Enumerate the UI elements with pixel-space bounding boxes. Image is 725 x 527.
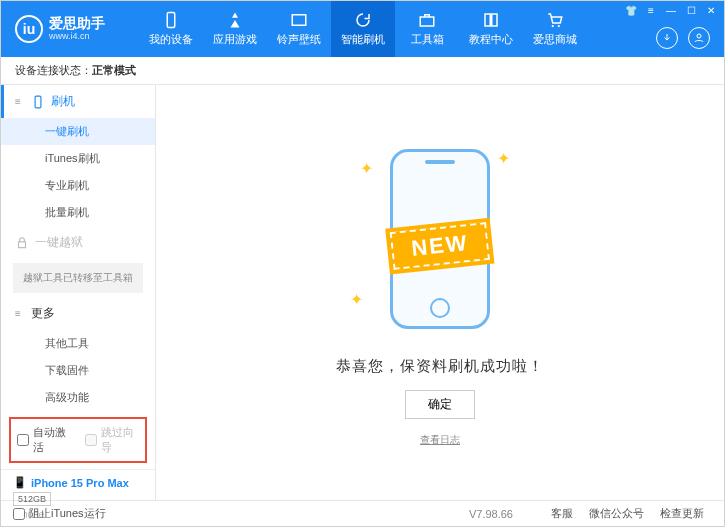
menu-button[interactable]: ≡ bbox=[642, 3, 660, 17]
logo-area: iu 爱思助手 www.i4.cn bbox=[1, 15, 139, 43]
sidebar-item-pro-flash[interactable]: 专业刷机 bbox=[1, 172, 155, 199]
app-header: iu 爱思助手 www.i4.cn 我的设备 应用游戏 铃声壁纸 智能刷机 工具… bbox=[1, 1, 724, 57]
nav-tutorials[interactable]: 教程中心 bbox=[459, 1, 523, 57]
svg-point-5 bbox=[697, 34, 701, 38]
view-log-link[interactable]: 查看日志 bbox=[420, 433, 460, 447]
apps-icon bbox=[226, 11, 244, 29]
svg-rect-2 bbox=[420, 17, 434, 26]
flash-icon bbox=[31, 95, 45, 109]
footer-link-support[interactable]: 客服 bbox=[551, 506, 573, 521]
checkbox-row: 自动激活 跳过向导 bbox=[9, 417, 147, 463]
sidebar-head-more[interactable]: ≡ 更多 bbox=[1, 297, 155, 330]
svg-point-4 bbox=[558, 25, 560, 27]
svg-rect-6 bbox=[35, 96, 41, 108]
logo-icon: iu bbox=[15, 15, 43, 43]
success-illustration: ✦ ✦ ✦ NEW bbox=[340, 139, 540, 339]
image-icon bbox=[290, 11, 308, 29]
version-label: V7.98.66 bbox=[469, 508, 513, 520]
download-button[interactable] bbox=[656, 27, 678, 49]
cart-icon bbox=[546, 11, 564, 29]
toolbox-icon bbox=[418, 11, 436, 29]
nav-my-device[interactable]: 我的设备 bbox=[139, 1, 203, 57]
sidebar-item-download-firmware[interactable]: 下载固件 bbox=[1, 357, 155, 384]
sidebar-item-advanced[interactable]: 高级功能 bbox=[1, 384, 155, 411]
status-mode: 正常模式 bbox=[92, 63, 136, 78]
maximize-button[interactable]: ☐ bbox=[682, 3, 700, 17]
main-content: ✦ ✦ ✦ NEW 恭喜您，保资料刷机成功啦！ 确定 查看日志 bbox=[156, 85, 724, 500]
close-button[interactable]: ✕ bbox=[702, 3, 720, 17]
status-bar: 设备连接状态： 正常模式 bbox=[1, 57, 724, 85]
chevron-down-icon: ≡ bbox=[15, 96, 25, 107]
nav-apps-games[interactable]: 应用游戏 bbox=[203, 1, 267, 57]
minimize-button[interactable]: — bbox=[662, 3, 680, 17]
nav-store[interactable]: 爱思商城 bbox=[523, 1, 587, 57]
sparkle-icon: ✦ bbox=[350, 290, 363, 309]
device-capacity: 512GB bbox=[13, 492, 51, 506]
sidebar: ≡ 刷机 一键刷机 iTunes刷机 专业刷机 批量刷机 一键越狱 越狱工具已转… bbox=[1, 85, 156, 500]
app-title: 爱思助手 bbox=[49, 16, 105, 31]
window-controls: 👕 ≡ — ☐ ✕ bbox=[622, 3, 720, 17]
svg-rect-0 bbox=[167, 13, 175, 28]
success-message: 恭喜您，保资料刷机成功啦！ bbox=[336, 357, 544, 376]
status-prefix: 设备连接状态： bbox=[15, 63, 92, 78]
footer-link-wechat[interactable]: 微信公众号 bbox=[589, 506, 644, 521]
sparkle-icon: ✦ bbox=[360, 159, 373, 178]
top-nav: 我的设备 应用游戏 铃声壁纸 智能刷机 工具箱 教程中心 爱思商城 bbox=[139, 1, 587, 57]
sidebar-item-itunes-flash[interactable]: iTunes刷机 bbox=[1, 145, 155, 172]
sidebar-item-oneclick-flash[interactable]: 一键刷机 bbox=[1, 118, 155, 145]
checkbox-auto-activate[interactable]: 自动激活 bbox=[17, 425, 71, 455]
nav-toolbox[interactable]: 工具箱 bbox=[395, 1, 459, 57]
sparkle-icon: ✦ bbox=[497, 149, 510, 168]
chevron-down-icon: ≡ bbox=[15, 308, 25, 319]
device-icon: 📱 bbox=[13, 476, 27, 489]
svg-point-3 bbox=[552, 25, 554, 27]
refresh-icon bbox=[354, 11, 372, 29]
footer-link-update[interactable]: 检查更新 bbox=[660, 506, 704, 521]
checkbox-block-itunes[interactable]: 阻止iTunes运行 bbox=[13, 506, 106, 521]
svg-rect-7 bbox=[19, 241, 26, 247]
sidebar-head-flash[interactable]: ≡ 刷机 bbox=[1, 85, 155, 118]
phone-icon bbox=[162, 11, 180, 29]
sidebar-item-other-tools[interactable]: 其他工具 bbox=[1, 330, 155, 357]
checkbox-skip-guide[interactable]: 跳过向导 bbox=[85, 425, 139, 455]
svg-rect-1 bbox=[292, 15, 306, 26]
device-name[interactable]: 📱 iPhone 15 Pro Max bbox=[13, 476, 143, 489]
nav-flash[interactable]: 智能刷机 bbox=[331, 1, 395, 57]
user-button[interactable] bbox=[688, 27, 710, 49]
header-right bbox=[656, 27, 710, 49]
app-url: www.i4.cn bbox=[49, 32, 105, 42]
sidebar-item-batch-flash[interactable]: 批量刷机 bbox=[1, 199, 155, 226]
skin-button[interactable]: 👕 bbox=[622, 3, 640, 17]
ok-button[interactable]: 确定 bbox=[405, 390, 475, 419]
sidebar-head-jailbreak[interactable]: 一键越狱 bbox=[1, 226, 155, 259]
jailbreak-note: 越狱工具已转移至工具箱 bbox=[13, 263, 143, 293]
nav-ringtones[interactable]: 铃声壁纸 bbox=[267, 1, 331, 57]
book-icon bbox=[482, 11, 500, 29]
lock-icon bbox=[15, 236, 29, 250]
